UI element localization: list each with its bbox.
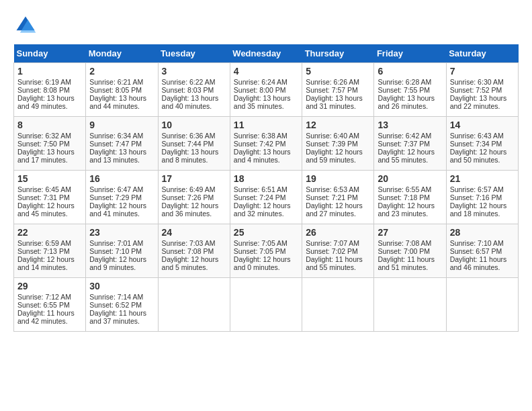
day-number: 22 [17,227,82,238]
calendar-cell: 11Sunrise: 6:38 AMSunset: 7:42 PMDayligh… [230,117,302,171]
day-info: Sunrise: 6:42 AM [378,132,442,140]
day-info: Daylight: 12 hours [17,255,82,263]
day-info: Daylight: 11 hours [17,309,82,317]
day-number: 15 [17,173,82,184]
day-info: Sunrise: 7:01 AM [89,239,154,247]
calendar-cell: 15Sunrise: 6:45 AMSunset: 7:31 PMDayligh… [14,171,86,224]
day-info: Sunset: 7:13 PM [17,247,82,255]
calendar-cell: 22Sunrise: 6:59 AMSunset: 7:13 PMDayligh… [14,224,86,278]
day-info: Sunrise: 6:34 AM [89,132,154,140]
day-number: 21 [450,173,515,184]
day-header-saturday: Saturday [446,44,518,63]
day-info: Sunrise: 7:10 AM [450,239,515,247]
day-info: Daylight: 11 hours [450,255,515,263]
day-info: Daylight: 13 hours [162,94,226,102]
day-info: Daylight: 13 hours [450,94,515,102]
day-header-sunday: Sunday [14,44,86,63]
day-info: Daylight: 12 hours [17,201,82,210]
day-info: Daylight: 11 hours [378,255,442,263]
day-info: Daylight: 13 hours [89,148,154,156]
day-info: Sunset: 7:52 PM [450,86,515,94]
day-info: and 27 minutes. [306,210,370,218]
calendar-cell: 19Sunrise: 6:53 AMSunset: 7:21 PMDayligh… [302,171,374,224]
day-info: Sunrise: 6:36 AM [162,132,226,140]
day-info: Sunrise: 7:05 AM [234,239,298,247]
day-info: and 32 minutes. [234,210,298,218]
day-number: 17 [162,173,226,184]
day-number: 23 [89,227,154,238]
day-info: Sunset: 7:24 PM [234,193,298,201]
day-info: Daylight: 12 hours [89,201,154,210]
day-number: 6 [378,66,442,77]
day-info: Sunrise: 6:21 AM [89,78,154,86]
day-number: 11 [234,120,298,130]
day-info: Daylight: 12 hours [306,201,370,210]
day-info: Sunrise: 7:08 AM [378,239,442,247]
day-info: and 55 minutes. [306,263,370,271]
calendar-cell: 26Sunrise: 7:07 AMSunset: 7:02 PMDayligh… [302,224,374,278]
calendar-cell: 25Sunrise: 7:05 AMSunset: 7:05 PMDayligh… [230,224,302,278]
day-header-monday: Monday [86,44,158,63]
day-header-tuesday: Tuesday [158,44,230,63]
day-info: and 31 minutes. [306,102,370,110]
day-info: and 46 minutes. [450,263,515,271]
day-info: Sunrise: 6:55 AM [378,185,442,193]
day-info: Sunset: 7:50 PM [17,140,82,148]
day-info: Sunrise: 7:07 AM [306,239,370,247]
logo [13,13,40,38]
day-info: Daylight: 12 hours [234,255,298,263]
day-info: Daylight: 12 hours [378,201,442,210]
day-info: Sunrise: 7:03 AM [162,239,226,247]
day-info: Sunset: 7:02 PM [306,247,370,255]
calendar-cell: 16Sunrise: 6:47 AMSunset: 7:29 PMDayligh… [86,171,158,224]
day-info: Sunset: 8:03 PM [162,86,226,94]
day-info: Daylight: 11 hours [89,309,154,317]
day-number: 13 [378,120,442,130]
calendar-cell: 18Sunrise: 6:51 AMSunset: 7:24 PMDayligh… [230,171,302,224]
day-info: and 22 minutes. [450,102,515,110]
day-info: Sunset: 7:57 PM [306,86,370,94]
calendar-table: SundayMondayTuesdayWednesdayThursdayFrid… [13,44,519,332]
day-info: Daylight: 12 hours [450,148,515,156]
day-number: 8 [17,120,82,130]
calendar-cell: 30Sunrise: 7:14 AMSunset: 6:52 PMDayligh… [86,278,158,332]
day-number: 27 [378,227,442,238]
day-info: Sunrise: 6:59 AM [17,239,82,247]
day-info: Sunrise: 6:45 AM [17,185,82,193]
day-info: and 55 minutes. [378,156,442,164]
day-number: 3 [162,66,226,77]
day-number: 2 [89,66,154,77]
day-info: Sunrise: 6:43 AM [450,132,515,140]
day-info: Sunset: 7:29 PM [89,193,154,201]
day-info: and 37 minutes. [89,317,154,325]
calendar-cell [374,278,446,332]
week-row-1: 1Sunrise: 6:19 AMSunset: 8:08 PMDaylight… [14,63,519,117]
day-number: 16 [89,173,154,184]
day-info: and 4 minutes. [234,156,298,164]
calendar-cell: 23Sunrise: 7:01 AMSunset: 7:10 PMDayligh… [86,224,158,278]
calendar-cell: 2Sunrise: 6:21 AMSunset: 8:05 PMDaylight… [86,63,158,117]
calendar-cell [302,278,374,332]
day-number: 25 [234,227,298,238]
day-info: and 35 minutes. [234,102,298,110]
calendar-header: SundayMondayTuesdayWednesdayThursdayFrid… [14,44,519,63]
day-number: 1 [17,66,82,77]
day-info: Daylight: 13 hours [17,94,82,102]
day-number: 18 [234,173,298,184]
calendar-cell: 27Sunrise: 7:08 AMSunset: 7:00 PMDayligh… [374,224,446,278]
day-info: Daylight: 12 hours [89,255,154,263]
day-info: and 51 minutes. [378,263,442,271]
day-info: Sunset: 8:05 PM [89,86,154,94]
day-info: Sunset: 7:39 PM [306,140,370,148]
day-info: and 26 minutes. [378,102,442,110]
week-row-4: 22Sunrise: 6:59 AMSunset: 7:13 PMDayligh… [14,224,519,278]
day-number: 20 [378,173,442,184]
day-info: and 45 minutes. [17,210,82,218]
day-header-wednesday: Wednesday [230,44,302,63]
logo-icon [13,13,38,38]
day-info: Sunset: 7:55 PM [378,86,442,94]
day-info: Daylight: 13 hours [234,94,298,102]
day-info: Sunrise: 6:47 AM [89,185,154,193]
day-info: Sunset: 8:08 PM [17,86,82,94]
day-info: Sunset: 7:34 PM [450,140,515,148]
